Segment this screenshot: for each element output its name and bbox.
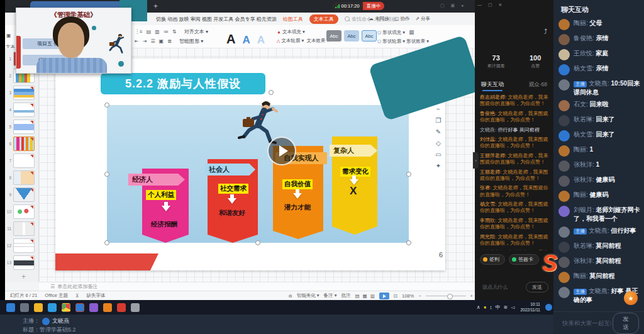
tab-text-tools[interactable]: 文本工具 (309, 14, 338, 24)
quick-action-pill[interactable]: 答题卡 (509, 254, 539, 265)
view-mode-icon[interactable]: ▤ (355, 293, 359, 299)
zoom-knob[interactable] (447, 294, 453, 299)
notes-bar[interactable]: ☰ 单击此处添加备注 (39, 282, 478, 291)
presenter-webcam[interactable]: 《管理学基础》 项目五 领导 任务2 激励 (16, 8, 131, 74)
slide-title[interactable]: 5.2.2 激励与人性假设 (101, 73, 265, 94)
taskbar-icon[interactable] (131, 303, 140, 312)
selection-handle[interactable] (104, 172, 109, 177)
selection-handle[interactable] (406, 240, 411, 245)
column-bottom-item[interactable]: 和谐友好 (219, 209, 245, 218)
font-style-button[interactable]: A (242, 35, 250, 45)
thumbnail-preview[interactable] (13, 86, 35, 100)
slide-tool-icon[interactable]: − (434, 106, 443, 113)
shape-effect-button[interactable]: 形状效果 ▾ (406, 38, 429, 44)
view-mode-icon[interactable]: ▥ (370, 293, 375, 299)
gift-button[interactable]: ★ (624, 291, 638, 305)
quick-action-pill[interactable]: 签到 (480, 254, 505, 265)
tray-icon[interactable]: ↨ (490, 304, 492, 310)
window-controls[interactable]: ▢ ▣ ● (440, 3, 466, 8)
text-outline-button[interactable]: 文本轮廓 ▾ (281, 38, 304, 43)
ribbon-action[interactable]: ◫ 协作 (394, 16, 409, 22)
inner-chat-input[interactable] (481, 284, 523, 291)
taskbar-icon[interactable] (62, 303, 70, 312)
thumbnail-preview[interactable] (13, 221, 35, 236)
thumbnail-preview[interactable] (13, 136, 35, 151)
slide-tool-icon[interactable]: ✎ (434, 128, 443, 135)
ribbon-tab[interactable]: 放映 (179, 16, 189, 22)
column-label[interactable]: 经济人 (128, 174, 185, 186)
slide-thumbnail[interactable]: 8 (5, 169, 38, 186)
font-style-button[interactable]: A (257, 35, 265, 45)
align-text-button[interactable]: 对齐文本 ▾ (184, 29, 208, 35)
taskbar-icon[interactable] (20, 303, 29, 312)
zoom-out-button[interactable]: − (418, 293, 421, 299)
tab-draw-tools[interactable]: 绘图工具 (283, 16, 303, 23)
smart-graphic-button[interactable]: 智能图形 ▾ (179, 38, 203, 44)
toolbar-icon[interactable]: ⇅ (172, 27, 177, 36)
slide-thumbnail[interactable]: 5 (5, 118, 38, 135)
thumbnail-preview[interactable] (13, 153, 35, 168)
ribbon-tab[interactable]: 稻壳资源 (257, 16, 277, 22)
toolbar-icon[interactable]: ☰ (150, 36, 155, 46)
image-icon[interactable]: ▦ (409, 29, 414, 35)
chat-message-list[interactable]: 陶丽父母 鲁俊艳亲情 王欣悦家庭 杨文雪亲情 (558, 19, 641, 303)
shape-fill-button[interactable]: 形状填充 ▾ (382, 30, 405, 35)
slide-tool-icon[interactable]: ✦ (434, 162, 443, 169)
column-top-item[interactable]: 社交需求 (218, 184, 248, 194)
missing-font-label[interactable]: 缺失字体 (86, 292, 105, 299)
selection-handle[interactable] (255, 240, 260, 245)
thumbnail-preview[interactable] (13, 120, 35, 134)
left-group-icon[interactable]: ▣ (6, 33, 11, 38)
system-clock[interactable]: 10:11 2022/11/11 (520, 302, 540, 312)
column-bottom-item[interactable]: X (350, 185, 357, 198)
thumbnail-preview[interactable] (13, 255, 35, 270)
ribbon-action[interactable]: ☁ 未同步 (369, 16, 389, 22)
tray-icon[interactable]: ● (484, 304, 487, 310)
taskbar-icon[interactable] (89, 303, 98, 312)
toolbar-icon[interactable]: ▣ (159, 36, 164, 46)
font-style-button[interactable]: A (226, 33, 235, 45)
column-top-item[interactable]: 个人利益 (146, 190, 176, 200)
thumbnail-preview[interactable] (13, 204, 35, 219)
chat-input[interactable] (561, 319, 613, 327)
taskbar-icon[interactable] (103, 303, 112, 312)
zoom-in-button[interactable]: + (470, 293, 473, 299)
ribbon-action[interactable]: ⇗ 分享 (416, 16, 430, 22)
abc-preset-button[interactable]: Abc (344, 30, 359, 42)
ribbon-tab[interactable]: 视图 (202, 16, 212, 22)
panel-window-controls[interactable]: — ▢ ✕ (477, 3, 504, 8)
slide-tool-icon[interactable]: ▭ (434, 151, 443, 158)
column-label[interactable]: 社会人 (205, 164, 255, 175)
selection-handle[interactable] (406, 172, 411, 177)
abc-preset-button[interactable]: Abc (362, 30, 377, 42)
zoom-slider[interactable] (426, 296, 466, 296)
thumbnail-preview[interactable] (13, 170, 35, 185)
slide-thumbnail[interactable]: 12 (5, 237, 38, 254)
slide-thumbnail[interactable]: 3 (5, 84, 38, 101)
toolbar-icon[interactable]: ≣ (167, 36, 172, 46)
view-mode-icon[interactable]: ▦ (363, 293, 367, 299)
ribbon-tab[interactable]: 动画 (167, 16, 177, 22)
tab-audience[interactable]: 观众·68 (529, 81, 547, 89)
video-play-button[interactable] (267, 136, 296, 165)
rotate-handle[interactable] (269, 90, 274, 95)
taskbar-icon[interactable] (48, 303, 57, 312)
toolbar-icon[interactable]: ▤ (147, 27, 152, 36)
slide-thumbnail[interactable]: 6 (5, 135, 38, 152)
taskbar-icon[interactable] (117, 303, 126, 312)
column-label[interactable]: 复杂人 (330, 145, 377, 157)
toolbar-icon[interactable]: ⋮≡ (135, 27, 143, 36)
column-top-item[interactable]: 自我价值 (282, 179, 313, 189)
taskbar-icon[interactable] (6, 303, 15, 312)
toolbar-icon[interactable]: ⇥ (143, 36, 147, 46)
red-ribbon-decoration[interactable] (55, 253, 158, 270)
slide-thumbnail[interactable]: 7 (5, 152, 38, 169)
comments-toggle[interactable]: 批注 (341, 292, 350, 299)
theme-label[interactable]: Office 主题 (45, 292, 68, 299)
slide-thumbnail[interactable]: 10 (5, 203, 38, 220)
thumbnail-preview[interactable] (13, 187, 35, 202)
selection-handle[interactable] (104, 103, 109, 108)
new-tab-button[interactable]: + (153, 2, 158, 11)
slide-tool-icon[interactable]: ◇ (434, 140, 443, 147)
tab-chat[interactable]: 聊天互动 (481, 81, 504, 89)
